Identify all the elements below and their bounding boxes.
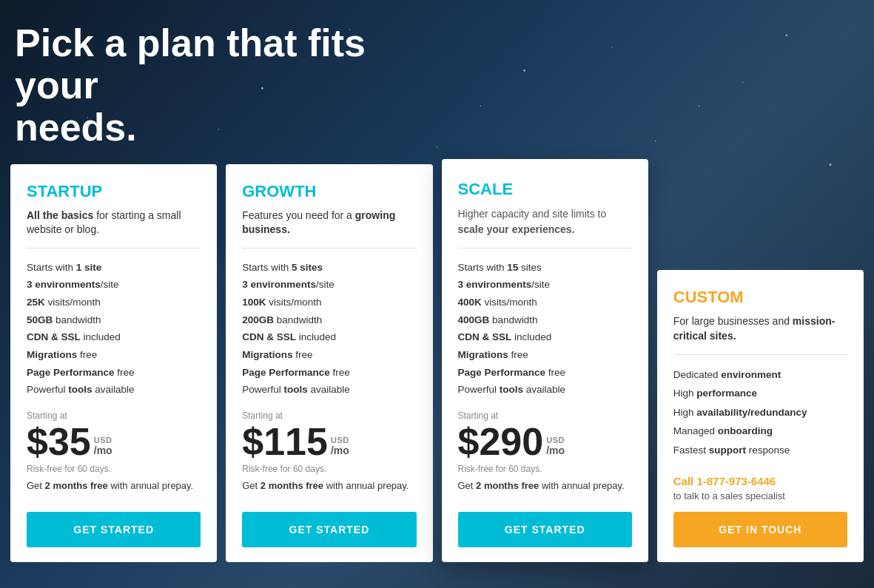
custom-phone: Call 1-877-973-6446 (673, 475, 847, 487)
custom-contact-section: Call 1-877-973-6446 to talk to a sales s… (673, 475, 847, 501)
startup-price-row: $35 USD /mo (27, 422, 201, 461)
scale-description: Higher capacity and site limits to scale… (458, 206, 632, 249)
custom-plan-name: CUSTOM (673, 288, 847, 307)
growth-starting-at: Starting at (242, 410, 416, 421)
startup-annual: Get 2 months free with annual prepay. (27, 480, 201, 491)
scale-price: $290 (458, 422, 544, 461)
scale-per: /mo (546, 445, 565, 456)
growth-price-row: $115 USD /mo (242, 422, 416, 461)
scale-currency: USD (546, 436, 565, 445)
scale-cta-button[interactable]: GET STARTED (458, 512, 632, 547)
growth-per: /mo (331, 445, 349, 456)
custom-cta-button[interactable]: GET IN TOUCH (673, 512, 847, 547)
page-headline: Pick a plan that fits your needs. (15, 22, 385, 149)
startup-price: $35 (27, 422, 91, 461)
plans-container: STARTUP All the basics for starting a sm… (0, 164, 874, 577)
scale-plan-name: SCALE (458, 180, 632, 199)
growth-pricing: Starting at $115 USD /mo Risk-free for 6… (242, 410, 416, 503)
startup-cta-button[interactable]: GET STARTED (27, 512, 201, 547)
scale-features: Starts with 15 sites 3 environments/site… (458, 259, 632, 399)
custom-features: Dedicated environment High performance H… (673, 365, 847, 460)
custom-tagline: For large businesses and mission-critica… (673, 314, 847, 354)
growth-plan-name: GROWTH (242, 182, 416, 201)
scale-plan-card: SCALE Higher capacity and site limits to… (442, 159, 648, 562)
custom-plan-card: CUSTOM For large businesses and mission-… (657, 270, 864, 561)
startup-starting-at: Starting at (27, 410, 201, 421)
custom-phone-subtitle: to talk to a sales specialist (673, 490, 847, 501)
startup-pricing: Starting at $35 USD /mo Risk-free for 60… (27, 410, 201, 503)
scale-pricing: Starting at $290 USD /mo Risk-free for 6… (458, 410, 632, 503)
startup-tagline: All the basics for starting a small webs… (27, 209, 201, 249)
scale-risk-free: Risk-free for 60 days. (458, 464, 632, 474)
startup-per: /mo (94, 445, 112, 456)
scale-annual: Get 2 months free with annual prepay. (458, 480, 632, 491)
growth-features: Starts with 5 sites 3 environments/site … (242, 259, 416, 399)
startup-plan-card: STARTUP All the basics for starting a sm… (10, 164, 217, 562)
startup-plan-name: STARTUP (27, 182, 201, 201)
growth-tagline: Features you need for a growing business… (242, 209, 416, 249)
growth-plan-card: GROWTH Features you need for a growing b… (226, 164, 432, 562)
growth-currency: USD (331, 436, 349, 445)
startup-features: Starts with 1 site 3 environments/site 2… (27, 259, 201, 399)
headline-section: Pick a plan that fits your needs. (0, 0, 874, 164)
scale-starting-at: Starting at (458, 410, 632, 421)
growth-risk-free: Risk-free for 60 days. (242, 464, 416, 474)
growth-price: $115 (242, 422, 328, 461)
startup-risk-free: Risk-free for 60 days. (27, 464, 201, 474)
pricing-page: Pick a plan that fits your needs. STARTU… (0, 0, 874, 588)
scale-price-row: $290 USD /mo (458, 422, 632, 461)
growth-annual: Get 2 months free with annual prepay. (242, 480, 416, 491)
growth-cta-button[interactable]: GET STARTED (242, 512, 416, 547)
startup-currency: USD (94, 436, 112, 445)
